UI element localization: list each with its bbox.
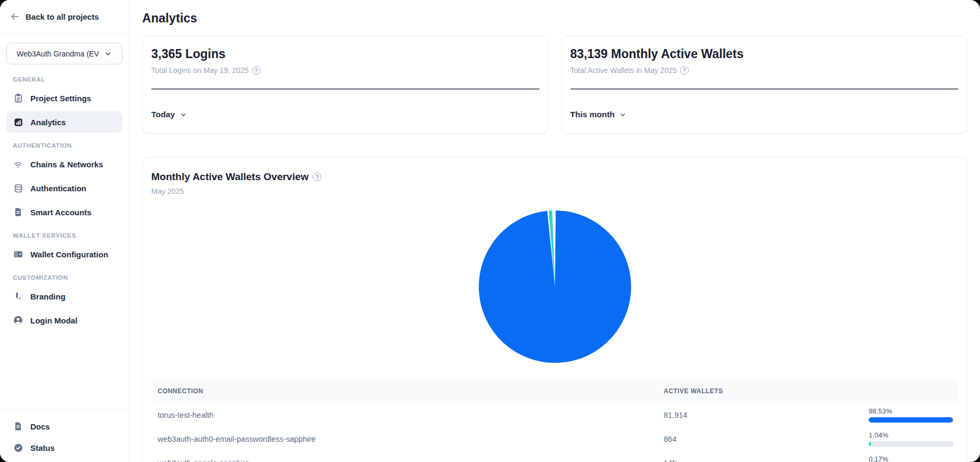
active-wallets-count: 145 [657,459,869,462]
sidebar-item-login-modal[interactable]: Login Modal [6,310,123,331]
analytics-icon [13,117,23,127]
sidebar-item-project-settings[interactable]: Project Settings [6,87,123,109]
project-selector[interactable]: Web3Auth Grandma (EV [6,43,123,64]
wifi-icon [13,159,23,169]
user-circle-icon [13,315,23,326]
active-wallets-value: 83,139 Monthly Active Wallets [570,47,959,61]
section-label-general: GENERAL [13,76,116,83]
sidebar-item-docs[interactable]: Docs [6,416,123,436]
wallet-icon [13,249,23,260]
active-wallets-period-value: This month [570,110,615,119]
pie-slice-torus-test-health[interactable] [478,210,631,363]
sidebar-item-smart-accounts[interactable]: Smart Accounts [6,201,123,223]
help-icon[interactable]: ? [252,66,260,75]
percentage-label: 0.17% [869,455,956,462]
connections-table: CONNECTION ACTIVE WALLETS torus-test-hea… [151,379,958,462]
help-icon[interactable]: ? [680,66,689,75]
chevron-down-icon [619,111,626,118]
sidebar-item-label: Wallet Configuration [30,250,108,259]
clipboard-icon [13,93,23,103]
logins-sparkline [151,88,540,90]
main-content: Analytics 3,365 Logins Total Logins on M… [129,0,980,462]
logins-period-value: Today [151,110,175,119]
section-label-authentication: AUTHENTICATION [13,142,116,149]
sidebar-nav: GENERAL Project Settings Analytics AUTHE… [0,67,129,409]
active-wallets-count: 864 [657,435,869,443]
section-label-wallet-services: WALLET SERVICES [13,232,116,239]
table-row[interactable]: torus-test-health 81,914 98.53% [151,403,958,427]
sidebar-item-label: Chains & Networks [30,160,103,169]
overview-title: Monthly Active Wallets Overview [151,171,308,183]
table-row[interactable]: web3auth-google-sapphire 145 0.17% [151,451,958,462]
project-selector-value: Web3Auth Grandma (EV [17,50,99,58]
connection-name: web3auth-google-sapphire [151,459,657,462]
column-header-connection: CONNECTION [151,387,657,395]
page-title: Analytics [142,11,967,26]
database-icon [13,183,23,193]
logins-period-dropdown[interactable]: Today [151,110,187,119]
sidebar-item-label: Project Settings [30,94,91,103]
logins-value: 3,365 Logins [151,47,540,61]
back-to-projects-label: Back to all projects [26,12,99,21]
percentage-label: 98.53% [869,407,956,415]
connection-name: torus-test-health [151,411,657,419]
chevron-down-icon [180,111,187,118]
chevron-down-icon [104,50,112,58]
sidebar-item-label: Branding [30,292,66,301]
stat-cards-row: 3,365 Logins Total Logins on May 19, 202… [142,36,967,134]
column-header-active-wallets: ACTIVE WALLETS [657,387,869,395]
brush-icon [13,291,23,302]
wallets-overview-card: Monthly Active Wallets Overview ? May 20… [142,157,967,462]
section-label-customization: CUSTOMIZATION [13,274,116,281]
sidebar-item-status[interactable]: Status [6,437,123,458]
sidebar-item-label: Docs [30,422,50,431]
help-icon[interactable]: ? [313,173,321,181]
percentage-label: 1.04% [869,431,956,439]
connection-name: web3auth-auth0-email-passwordless-sapphi… [151,435,657,443]
sidebar-item-label: Status [30,443,55,452]
check-circle-icon [13,442,23,453]
sidebar-item-analytics[interactable]: Analytics [6,111,123,133]
sidebar-item-label: Analytics [30,118,66,127]
active-wallets-pie-chart[interactable] [478,209,632,364]
active-wallets-count: 81,914 [657,411,869,419]
sidebar-item-label: Authentication [30,184,86,193]
table-row[interactable]: web3auth-auth0-email-passwordless-sapphi… [151,427,958,451]
arrow-left-icon [10,11,20,22]
back-to-projects-link[interactable]: Back to all projects [0,0,129,34]
table-header: CONNECTION ACTIVE WALLETS [151,379,958,403]
document-icon [13,207,23,217]
active-wallets-sparkline [570,88,959,90]
sidebar: Back to all projects Web3Auth Grandma (E… [0,0,129,462]
percentage-bar [869,441,954,447]
sidebar-item-authentication[interactable]: Authentication [6,177,123,199]
sidebar-footer: Docs Status [0,409,129,462]
percentage-bar [869,417,954,423]
active-wallets-card: 83,139 Monthly Active Wallets Total Acti… [561,36,968,134]
table-body: torus-test-health 81,914 98.53% web3auth… [151,403,958,462]
sidebar-item-branding[interactable]: Branding [6,286,123,307]
sidebar-item-label: Login Modal [30,316,77,325]
logins-card: 3,365 Logins Total Logins on May 19, 202… [142,36,549,134]
active-wallets-subtitle: Total Active Wallets in May 2025 [570,66,677,75]
logins-subtitle: Total Logins on May 19, 2025 [151,66,249,75]
web3auth-dashboard: Back to all projects Web3Auth Grandma (E… [0,0,980,462]
overview-period: May 2025 [151,187,958,196]
document-icon [13,421,23,432]
sidebar-item-chains-networks[interactable]: Chains & Networks [6,153,123,175]
active-wallets-period-dropdown[interactable]: This month [570,110,627,119]
sidebar-item-wallet-configuration[interactable]: Wallet Configuration [6,244,123,265]
sidebar-item-label: Smart Accounts [30,208,91,217]
